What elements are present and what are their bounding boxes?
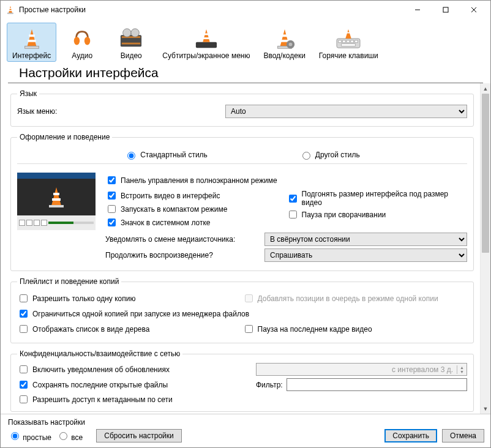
interface-preview [17,173,98,264]
svg-marker-20 [203,29,209,42]
preferences-window: Простые настройки Интерфейс Аудио Видео [0,0,491,448]
group-legend: Язык [17,89,39,98]
radio-native-style[interactable]: Стандартный стиль [124,150,208,160]
category-hotkeys[interactable]: Горячие клавиши [313,23,384,62]
menu-language-label: Язык меню: [17,107,225,116]
svg-marker-0 [9,6,12,13]
svg-rect-29 [337,39,360,48]
chk-tree-playlist[interactable] [20,325,28,333]
chk-resize-interface[interactable] [289,195,297,203]
interface-icon [17,26,47,50]
svg-marker-8 [27,29,36,47]
titlebar: Простые настройки [1,1,490,19]
category-label: Видео [121,51,142,60]
svg-rect-24 [282,34,288,37]
chk-save-recent[interactable] [20,381,28,389]
group-legend: Оформление и поведение [17,133,112,141]
scroll-down-icon[interactable]: ▼ [481,403,490,414]
notify-select[interactable]: В свёрнутом состоянии [264,233,467,246]
category-label: Ввод/кодеки [263,51,305,60]
page-title: Настройки интерфейса [19,65,472,80]
maximize-button[interactable] [432,1,460,19]
notify-label: Уведомлять о смене медиаисточника: [105,235,264,244]
svg-rect-35 [342,44,356,47]
svg-marker-38 [51,187,61,206]
window-title: Простые настройки [19,6,403,14]
svg-rect-16 [122,43,140,45]
chk-one-from-filemanager[interactable] [20,310,28,318]
svg-rect-40 [52,198,61,201]
video-icon [116,26,146,50]
svg-point-12 [74,37,80,45]
scroll-up-icon[interactable]: ▲ [481,83,490,94]
save-button[interactable]: Сохранить [384,429,437,442]
svg-rect-22 [203,37,209,39]
subtitles-icon [192,26,221,50]
group-privacy: Конфиденциальность/взаимодействие с сеть… [10,349,474,412]
svg-point-28 [288,43,292,47]
settings-content: Язык Язык меню: Auto Оформление и поведе… [1,83,480,414]
radio-simple-settings[interactable]: простые [8,430,51,442]
svg-rect-11 [24,46,39,48]
svg-rect-10 [28,40,36,42]
update-interval-spinner: с интервалом 3 д. ▲▼ [256,363,467,376]
svg-rect-32 [347,40,350,43]
radio-all-settings[interactable]: все [56,430,83,442]
svg-rect-15 [122,36,140,38]
vertical-scrollbar[interactable]: ▲ ▼ [480,83,490,414]
chk-update-notify[interactable] [20,365,28,373]
category-interface[interactable]: Интерфейс [7,23,56,62]
chk-embed-video[interactable] [108,192,116,200]
reset-button[interactable]: Сбросить настройки [96,429,181,442]
svg-marker-36 [346,29,352,39]
chk-pause-last-frame[interactable] [245,325,253,333]
category-subtitles[interactable]: Субтитры/экранное меню [157,23,255,62]
svg-rect-33 [351,40,354,43]
close-button[interactable] [460,1,488,19]
svg-rect-5 [443,7,448,12]
codecs-icon [270,26,299,50]
svg-rect-21 [204,33,209,35]
scrollbar-thumb[interactable] [482,94,489,253]
audio-icon [67,26,97,50]
svg-rect-31 [343,40,346,43]
continue-label: Продолжить воспроизведение? [105,251,264,259]
continue-select[interactable]: Спрашивать [264,248,467,262]
svg-point-18 [131,29,139,37]
chk-pause-minimize[interactable] [289,211,297,218]
group-legend: Конфиденциальность/взаимодействие с сеть… [17,349,182,358]
chk-fullscreen-controller[interactable] [108,176,116,184]
filter-input[interactable] [287,378,467,391]
cancel-button[interactable]: Отмена [442,429,484,442]
chk-metadata-network[interactable] [20,395,28,403]
radio-custom-skin[interactable]: Другой стиль [299,150,360,160]
show-settings-label: Показывать настройки [8,418,182,427]
category-video[interactable]: Видео [108,23,154,62]
svg-rect-41 [49,205,64,207]
svg-point-17 [123,29,131,37]
category-label: Горячие клавиши [319,51,378,60]
group-legend: Плейлист и поведение копий [17,277,121,286]
category-audio[interactable]: Аудио [59,23,105,62]
group-playlist: Плейлист и поведение копий Разрешить тол… [10,277,474,343]
menu-language-select[interactable]: Auto [225,105,467,118]
category-label: Субтитры/экранное меню [162,51,250,60]
category-label: Интерфейс [12,51,51,60]
chk-one-instance[interactable] [20,294,28,302]
category-label: Аудио [72,51,92,60]
bottom-bar: Показывать настройки простые все Сбросит… [1,414,490,447]
filter-label: Фильтр: [256,381,283,389]
minimize-button[interactable] [403,1,432,19]
svg-rect-19 [196,42,217,48]
category-input-codecs[interactable]: Ввод/кодеки [258,23,310,62]
chk-systray-icon[interactable] [108,218,116,226]
svg-rect-2 [9,10,12,12]
group-look-feel: Оформление и поведение Стандартный стиль… [10,133,474,271]
category-toolbar: Интерфейс Аудио Видео Субтитры/экранное … [1,19,490,62]
group-language: Язык Язык меню: Auto [10,89,474,127]
svg-rect-1 [9,8,12,9]
svg-rect-9 [29,34,35,37]
svg-rect-34 [355,40,358,43]
chk-minimal-view[interactable] [108,205,116,213]
chk-enqueue [245,294,253,302]
